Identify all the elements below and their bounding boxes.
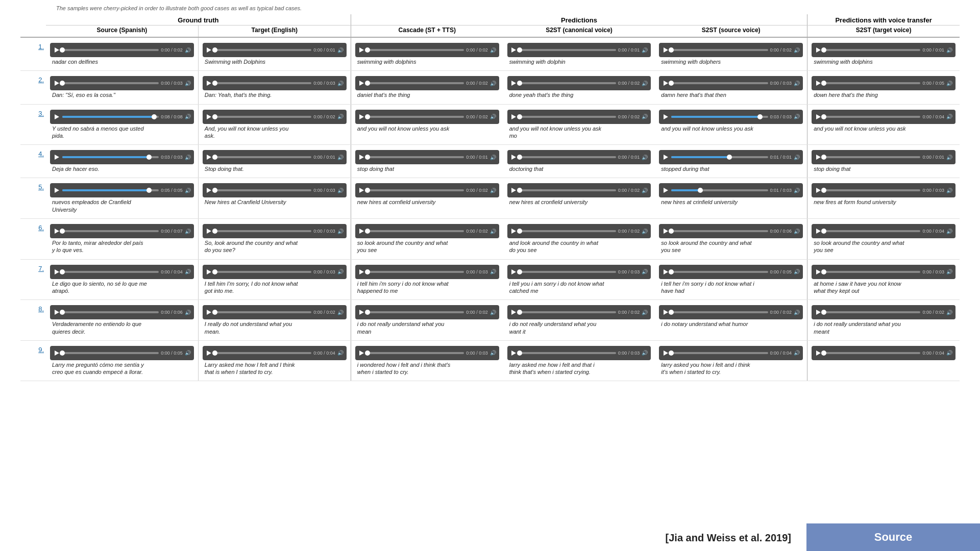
- row-num-link[interactable]: 5.: [38, 178, 44, 191]
- volume-icon[interactable]: 🔊: [794, 47, 800, 53]
- play-button[interactable]: [53, 46, 60, 54]
- progress-thumb[interactable]: [669, 350, 674, 356]
- play-button[interactable]: [358, 309, 365, 316]
- progress-thumb[interactable]: [152, 114, 157, 119]
- row-number[interactable]: 4.: [20, 145, 46, 178]
- progress-track[interactable]: [824, 189, 920, 191]
- progress-track[interactable]: [215, 82, 311, 84]
- play-button[interactable]: [815, 154, 822, 161]
- volume-icon[interactable]: 🔊: [794, 310, 800, 315]
- progress-thumb[interactable]: [757, 114, 763, 119]
- volume-icon[interactable]: 🔊: [337, 81, 344, 86]
- volume-icon[interactable]: 🔊: [794, 155, 800, 160]
- volume-icon[interactable]: 🔊: [490, 350, 496, 356]
- volume-icon[interactable]: 🔊: [642, 269, 648, 274]
- play-button[interactable]: [815, 349, 822, 357]
- progress-track[interactable]: [824, 352, 920, 354]
- volume-icon[interactable]: 🔊: [337, 229, 344, 234]
- progress-thumb[interactable]: [821, 81, 826, 86]
- progress-track[interactable]: [62, 230, 159, 232]
- play-button[interactable]: [510, 113, 518, 120]
- progress-track[interactable]: [520, 49, 616, 51]
- row-number[interactable]: 2.: [20, 71, 46, 104]
- progress-thumb[interactable]: [517, 269, 522, 274]
- play-button[interactable]: [206, 46, 213, 54]
- volume-icon[interactable]: 🔊: [642, 114, 648, 119]
- progress-track[interactable]: [824, 271, 920, 273]
- progress-thumb[interactable]: [60, 350, 65, 356]
- volume-icon[interactable]: 🔊: [946, 155, 952, 160]
- volume-icon[interactable]: 🔊: [794, 188, 800, 193]
- progress-track[interactable]: [215, 271, 311, 273]
- progress-track[interactable]: [62, 189, 159, 191]
- progress-track[interactable]: [520, 352, 616, 354]
- progress-thumb[interactable]: [365, 81, 370, 86]
- volume-icon[interactable]: 🔊: [946, 269, 952, 274]
- play-button[interactable]: [510, 228, 518, 235]
- play-button[interactable]: [358, 113, 365, 120]
- progress-track[interactable]: [520, 271, 616, 273]
- volume-icon[interactable]: 🔊: [946, 229, 952, 234]
- volume-icon[interactable]: 🔊: [185, 155, 191, 160]
- progress-track[interactable]: [824, 230, 920, 232]
- row-num-link[interactable]: 7.: [38, 260, 44, 272]
- progress-track[interactable]: [824, 49, 920, 51]
- play-button[interactable]: [662, 268, 669, 276]
- play-button[interactable]: [815, 228, 822, 235]
- play-button[interactable]: [662, 113, 669, 120]
- progress-thumb[interactable]: [821, 155, 826, 160]
- progress-track[interactable]: [520, 311, 616, 313]
- progress-thumb[interactable]: [365, 229, 370, 234]
- progress-thumb[interactable]: [212, 47, 217, 53]
- play-button[interactable]: [53, 309, 60, 316]
- volume-icon[interactable]: 🔊: [185, 350, 191, 356]
- progress-track[interactable]: [368, 156, 464, 158]
- play-button[interactable]: [510, 349, 518, 357]
- row-number[interactable]: 7.: [20, 259, 46, 300]
- play-button[interactable]: [662, 154, 669, 161]
- play-button[interactable]: [815, 309, 822, 316]
- volume-icon[interactable]: 🔊: [642, 229, 648, 234]
- volume-icon[interactable]: 🔊: [185, 188, 191, 193]
- play-button[interactable]: [53, 349, 60, 357]
- progress-track[interactable]: [671, 352, 768, 354]
- progress-thumb[interactable]: [212, 229, 217, 234]
- progress-thumb[interactable]: [821, 269, 826, 274]
- progress-track[interactable]: [520, 189, 616, 191]
- progress-thumb[interactable]: [821, 229, 826, 234]
- progress-track[interactable]: [62, 271, 159, 273]
- play-button[interactable]: [53, 80, 60, 87]
- play-button[interactable]: [53, 154, 60, 161]
- progress-thumb[interactable]: [517, 47, 522, 53]
- play-button[interactable]: [662, 46, 669, 54]
- play-button[interactable]: [358, 46, 365, 54]
- volume-icon[interactable]: 🔊: [794, 81, 800, 86]
- row-number[interactable]: 8.: [20, 300, 46, 341]
- play-button[interactable]: [358, 268, 365, 276]
- progress-track[interactable]: [824, 311, 920, 313]
- play-button[interactable]: [815, 113, 822, 120]
- progress-thumb[interactable]: [212, 155, 217, 160]
- progress-thumb[interactable]: [212, 269, 217, 274]
- progress-track[interactable]: [215, 189, 311, 191]
- progress-thumb[interactable]: [146, 188, 152, 193]
- play-button[interactable]: [662, 80, 669, 87]
- progress-track[interactable]: [62, 352, 159, 354]
- progress-track[interactable]: [62, 156, 159, 158]
- progress-thumb[interactable]: [212, 114, 217, 119]
- play-button[interactable]: [206, 154, 213, 161]
- row-number[interactable]: 6.: [20, 219, 46, 260]
- progress-thumb[interactable]: [821, 350, 826, 356]
- volume-icon[interactable]: 🔊: [337, 188, 344, 193]
- progress-thumb[interactable]: [517, 155, 522, 160]
- volume-icon[interactable]: 🔊: [337, 269, 344, 274]
- play-button[interactable]: [510, 80, 518, 87]
- progress-track[interactable]: [368, 189, 464, 191]
- volume-icon[interactable]: 🔊: [185, 310, 191, 315]
- progress-track[interactable]: [824, 156, 920, 158]
- volume-icon[interactable]: 🔊: [794, 114, 800, 119]
- progress-thumb[interactable]: [821, 114, 826, 119]
- progress-thumb[interactable]: [821, 47, 826, 53]
- progress-thumb[interactable]: [212, 188, 217, 193]
- volume-icon[interactable]: 🔊: [490, 229, 496, 234]
